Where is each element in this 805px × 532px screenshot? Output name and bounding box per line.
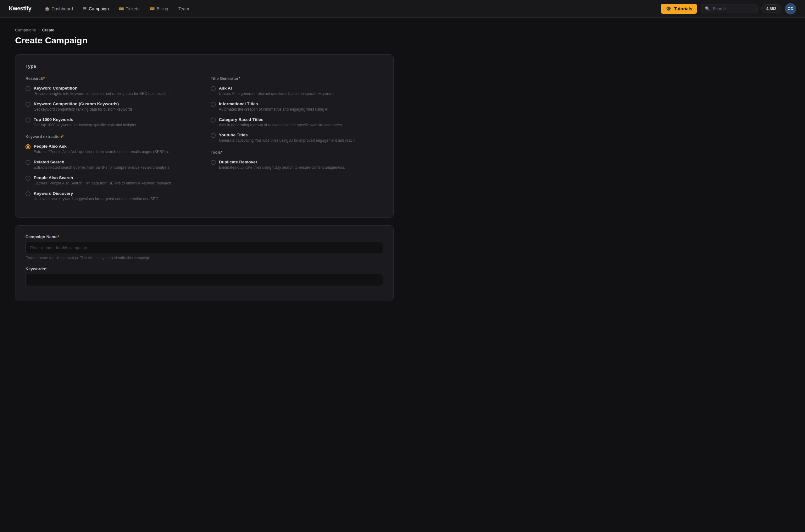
radio-informational-titles[interactable] [211, 102, 216, 107]
keywords-form-group: Keywords* [25, 266, 383, 286]
nav-team-label: Team [178, 6, 189, 11]
keywords-label: Keywords* [25, 266, 383, 271]
keywords-input[interactable] [25, 274, 383, 286]
radio-people-also-ask[interactable] [25, 144, 31, 149]
campaign-name-form-group: Campaign Name* Enter a name for this cam… [25, 234, 383, 260]
option-keyword-competition-custom[interactable]: Keyword Competition (Custom Keywords) Ge… [25, 101, 198, 112]
option-top-1000[interactable]: Top 1000 Keywords Get top 1000 keywords … [25, 117, 198, 128]
option-related-search[interactable]: Related Search Extracts related search q… [25, 159, 198, 170]
list-icon: ☰ [83, 6, 87, 11]
tools-options: Duplicate Remover Eliminates duplicate t… [211, 159, 383, 170]
option-keyword-discovery-name: Keyword Discovery [34, 191, 160, 196]
avatar: CD [785, 3, 796, 15]
option-informational-titles-desc: Automates the creation of informative an… [219, 107, 330, 112]
option-category-based-titles-desc: Aids in generating a group of relevant t… [219, 122, 343, 128]
navbar: Kwestify 🏠 Dashboard ☰ Campaign 🎫 Ticket… [0, 0, 805, 18]
radio-people-also-search[interactable] [25, 176, 31, 181]
option-informational-titles-name: Informational Titles [219, 101, 330, 106]
option-top-1000-desc: Get top 1000 keywords for location-speci… [34, 122, 137, 128]
campaign-name-input[interactable] [25, 242, 383, 254]
option-ask-ai-name: Ask AI [219, 86, 335, 91]
radio-youtube-titles[interactable] [211, 133, 216, 138]
option-ask-ai[interactable]: Ask AI Utilizes AI to generate relevant … [211, 86, 383, 96]
option-related-search-name: Related Search [34, 159, 170, 164]
tutorials-icon: 🎓 [666, 6, 672, 12]
keyword-extraction-options: People Also Ask Extracts "People Also As… [25, 144, 198, 202]
nav-items: 🏠 Dashboard ☰ Campaign 🎫 Tickets 💳 Billi… [40, 4, 658, 13]
home-icon: 🏠 [45, 6, 50, 11]
option-people-also-ask[interactable]: People Also Ask Extracts "People Also As… [25, 144, 198, 155]
option-youtube-titles[interactable]: Youtube Titles Generate captivating YouT… [211, 133, 383, 143]
option-related-search-desc: Extracts related search queries from SER… [34, 165, 170, 170]
campaign-name-card: Campaign Name* Enter a name for this cam… [15, 225, 394, 301]
radio-people-also-ask-inner [27, 146, 29, 148]
breadcrumb-current: Create [42, 28, 54, 32]
option-people-also-ask-desc: Extracts "People Also Ask" questions fro… [34, 149, 169, 155]
research-options: Keyword Competition Provides insights in… [25, 86, 198, 128]
option-keyword-discovery[interactable]: Keyword Discovery Uncovers new keyword s… [25, 191, 198, 202]
option-duplicate-remover-desc: Eliminates duplicate titles using fuzzy … [219, 165, 345, 170]
type-right-column: Title Generator* Ask AI Utilizes AI to g… [211, 76, 383, 209]
nav-billing-label: Billing [157, 6, 168, 11]
nav-dashboard-label: Dashboard [52, 6, 73, 11]
type-card: Type Research* Keyword Competition Provi… [15, 54, 394, 218]
type-section-title: Type [25, 63, 383, 69]
type-left-column: Research* Keyword Competition Provides i… [25, 76, 198, 209]
option-category-based-titles-name: Category Based Titles [219, 117, 343, 122]
search-bar[interactable]: 🔍 [701, 4, 757, 13]
option-category-based-titles[interactable]: Category Based Titles Aids in generating… [211, 117, 383, 128]
billing-icon: 💳 [150, 6, 155, 11]
tutorials-button[interactable]: 🎓 Tutorials [661, 4, 697, 14]
navbar-right: 🎓 Tutorials 🔍 4,852 CD [661, 3, 796, 15]
ticket-icon: 🎫 [119, 6, 124, 11]
nav-tickets-label: Tickets [126, 6, 140, 11]
type-columns: Research* Keyword Competition Provides i… [25, 76, 383, 209]
research-subsection-title: Research* [25, 76, 198, 81]
radio-keyword-competition-custom[interactable] [25, 102, 31, 107]
radio-top-1000[interactable] [25, 117, 31, 122]
search-input[interactable] [713, 6, 753, 11]
nav-tickets[interactable]: 🎫 Tickets [114, 4, 144, 13]
option-keyword-competition-custom-desc: Get keyword competition ranking data for… [34, 107, 134, 112]
option-people-also-ask-name: People Also Ask [34, 144, 169, 149]
tutorials-label: Tutorials [674, 6, 692, 11]
main-content: Campaigns › Create Create Campaign Type … [0, 18, 409, 319]
option-keyword-competition-desc: Provides insights into keyword completio… [34, 91, 169, 96]
breadcrumb-parent[interactable]: Campaigns [15, 28, 36, 32]
keyword-extraction-subsection-title: Keyword extraction* [25, 134, 198, 139]
radio-category-based-titles[interactable] [211, 117, 216, 122]
radio-ask-ai[interactable] [211, 86, 216, 91]
tools-subsection-title: Tools* [211, 150, 383, 155]
option-informational-titles[interactable]: Informational Titles Automates the creat… [211, 101, 383, 112]
radio-keyword-discovery[interactable] [25, 191, 31, 196]
option-keyword-discovery-desc: Uncovers new keyword suggestions for tar… [34, 196, 160, 202]
option-people-also-search-name: People Also Search [34, 175, 172, 180]
page-title: Create Campaign [15, 36, 394, 45]
nav-campaign[interactable]: ☰ Campaign [79, 4, 113, 13]
nav-billing[interactable]: 💳 Billing [145, 4, 172, 13]
search-icon: 🔍 [705, 6, 710, 11]
radio-keyword-competition[interactable] [25, 86, 31, 91]
campaign-name-label: Campaign Name* [25, 234, 383, 239]
radio-related-search[interactable] [25, 160, 31, 165]
radio-duplicate-remover[interactable] [211, 160, 216, 165]
nav-team[interactable]: Team [174, 4, 194, 13]
option-people-also-search-desc: Gathers "People Also Search For" data fr… [34, 181, 172, 186]
title-generator-subsection-title: Title Generator* [211, 76, 383, 81]
option-keyword-competition-custom-name: Keyword Competition (Custom Keywords) [34, 101, 134, 106]
option-people-also-search[interactable]: People Also Search Gathers "People Also … [25, 175, 198, 186]
nav-dashboard[interactable]: 🏠 Dashboard [40, 4, 78, 13]
option-keyword-competition-name: Keyword Competition [34, 86, 169, 91]
brand-logo: Kwestify [9, 5, 32, 12]
option-keyword-competition[interactable]: Keyword Competition Provides insights in… [25, 86, 198, 96]
option-duplicate-remover[interactable]: Duplicate Remover Eliminates duplicate t… [211, 159, 383, 170]
option-youtube-titles-desc: Generate captivating YouTube titles usin… [219, 138, 356, 143]
title-generator-options: Ask AI Utilizes AI to generate relevant … [211, 86, 383, 143]
nav-campaign-label: Campaign [89, 6, 109, 11]
campaign-name-hint: Enter a name for this campaign. This wil… [25, 256, 383, 260]
credits-badge: 4,852 [761, 4, 781, 13]
option-ask-ai-desc: Utilizes AI to generate relevant questio… [219, 91, 335, 96]
breadcrumb: Campaigns › Create [15, 28, 394, 32]
option-duplicate-remover-name: Duplicate Remover [219, 159, 345, 164]
option-top-1000-name: Top 1000 Keywords [34, 117, 137, 122]
